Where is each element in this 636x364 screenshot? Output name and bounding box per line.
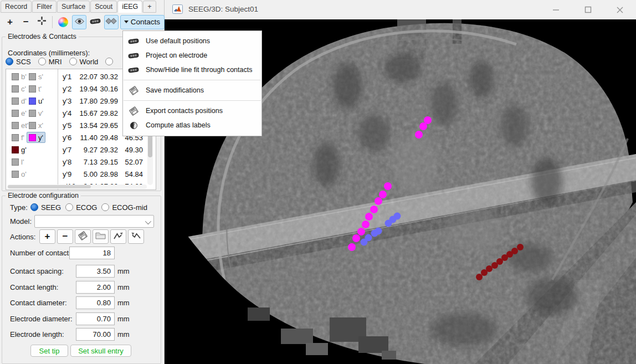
contact-dot-y[interactable] (375, 197, 382, 205)
electrode-item-e[interactable]: e' (9, 107, 29, 119)
electrode-diameter-input[interactable]: 0.70 (76, 312, 115, 325)
electrode-color-swatch (12, 98, 19, 105)
contact-coord-value: 11.40 (75, 134, 98, 142)
contact-coord-value: 29.99 (98, 97, 118, 105)
set-tip-button[interactable]: Set tip (30, 345, 68, 357)
contact-dot-y[interactable] (348, 243, 356, 251)
electrode-row: c't' (6, 83, 58, 95)
coordsys-hidden[interactable] (105, 58, 113, 65)
field-row: Electrode length:70.00mm (0, 328, 165, 341)
color-selection-button[interactable] (56, 15, 70, 29)
menu-item-label: Show/Hide line fit through contacts (146, 66, 252, 74)
electrode-item-l[interactable]: l' (9, 156, 26, 167)
electrode-color-swatch (29, 110, 36, 117)
radio-button[interactable] (65, 203, 73, 211)
tab-ieeg[interactable]: iEEG (117, 1, 142, 13)
electrode-item-d[interactable]: d' (9, 95, 29, 106)
radio-button[interactable] (105, 58, 113, 65)
tab-filter[interactable]: Filter (32, 1, 57, 13)
number-of-contacts-input[interactable]: 18 (69, 247, 115, 259)
model-label: Model: (10, 217, 32, 225)
menu-item-export-contacts-positions[interactable]: Export contacts positions (123, 104, 261, 118)
contact-dot-y[interactable] (362, 221, 370, 228)
close-button[interactable] (607, 0, 633, 19)
radio-button[interactable] (38, 58, 46, 65)
contact-dot-y[interactable] (357, 228, 365, 235)
menu-item-project-on-electrode[interactable]: Project on electrode (123, 48, 261, 63)
menu-item-show-hide-line-fit-through-contacts[interactable]: Show/Hide line fit through contacts (123, 63, 261, 77)
tab-surface[interactable]: Surface (57, 1, 90, 13)
coordsys-scs[interactable]: SCS (6, 58, 31, 66)
export-matlab-button[interactable] (110, 229, 126, 244)
menu-item-use-default-positions[interactable]: Use default positions (123, 34, 261, 48)
electrode-length-input[interactable]: 70.00 (76, 328, 115, 341)
electrode-item-u[interactable]: u' (27, 95, 46, 106)
contact-dot-g[interactable] (517, 244, 524, 250)
tab-record[interactable]: Record (1, 1, 32, 13)
contact-dot-y[interactable] (352, 234, 360, 242)
contacts-menu-button[interactable]: Contacts (120, 15, 165, 29)
contact-dot-u[interactable] (385, 220, 392, 227)
electrodes-display-button[interactable] (88, 15, 102, 29)
contact-dot-y[interactable] (415, 131, 423, 139)
coordsys-world[interactable]: World (69, 58, 99, 66)
contact-dot-y[interactable] (370, 206, 378, 213)
type-ecog-mid[interactable]: ECOG-mid (101, 203, 147, 212)
type-seeg[interactable]: SEEG (30, 203, 61, 212)
radio-button[interactable] (69, 58, 77, 65)
radio-button[interactable] (30, 203, 38, 211)
contact-row-y7[interactable]: y'79.2729.3249.30 (58, 143, 156, 156)
scrollbar-thumb[interactable] (8, 185, 91, 188)
tab-add[interactable]: + (143, 1, 156, 13)
type-ecog[interactable]: ECOG (65, 203, 97, 212)
contact-dot-u[interactable] (371, 230, 378, 237)
contact-dot-g[interactable] (486, 265, 493, 272)
electrode-item-g[interactable]: g' (9, 144, 29, 155)
contact-length-input[interactable]: 2.00 (76, 281, 115, 294)
electrode-item-t[interactable]: t' (27, 83, 44, 94)
electrode-row: o' (6, 168, 58, 180)
menu-item-compute-atlas-labels[interactable]: Compute atlas labels (123, 118, 261, 132)
contact-row-y9[interactable]: y'95.0028.9854.84 (58, 168, 156, 180)
zoom-in-button[interactable]: + (3, 15, 17, 29)
tab-scout[interactable]: Scout (90, 1, 117, 13)
remove-electrode-button[interactable]: − (57, 229, 73, 244)
split-view-button[interactable] (35, 15, 49, 29)
add-electrode-button[interactable]: + (39, 229, 55, 244)
electrode-item-o[interactable]: o' (9, 168, 29, 180)
coordsys-mri[interactable]: MRI (38, 58, 62, 66)
contact-dot-u[interactable] (361, 239, 368, 246)
contact-dot-g[interactable] (511, 248, 518, 254)
contact-dot-g[interactable] (476, 274, 483, 280)
contact-diameter-input[interactable]: 0.80 (76, 296, 115, 309)
electrode-item-v[interactable]: v' (27, 107, 45, 119)
load-electrode-button[interactable] (93, 229, 109, 244)
set-skull-entry-button[interactable]: Set skull entry (70, 345, 131, 357)
import-matlab-button[interactable] (128, 229, 144, 244)
save-electrode-button[interactable] (75, 229, 91, 244)
electrode-item-y[interactable]: y' (27, 132, 45, 143)
coords-horizontal-scrollbar[interactable] (7, 184, 147, 189)
contact-spacing-input[interactable]: 3.50 (76, 265, 115, 278)
contact-row-y8[interactable]: y'87.1329.1552.07 (58, 156, 156, 168)
show-spheres-button[interactable] (104, 15, 119, 29)
contact-label: y'5 (58, 121, 75, 130)
contact-dot-y[interactable] (384, 182, 392, 190)
contact-dot-y[interactable] (379, 191, 387, 198)
electrode-item-b[interactable]: b' (9, 71, 29, 82)
unit-label: mm (117, 330, 130, 339)
minimize-button[interactable] (543, 0, 568, 19)
contact-dot-y[interactable] (365, 213, 373, 221)
radio-button[interactable] (101, 203, 109, 211)
zoom-out-button[interactable]: − (19, 15, 33, 29)
electrode-item-x[interactable]: x' (27, 120, 45, 131)
menu-item-save-modifications[interactable]: Save modifications (123, 83, 261, 98)
electrode-item-f[interactable]: f' (9, 132, 27, 143)
electrode-item-c[interactable]: c' (9, 83, 28, 94)
electrode-item-s[interactable]: s' (27, 71, 45, 82)
model-select[interactable] (34, 215, 154, 228)
contact-dot-y[interactable] (419, 122, 427, 130)
radio-button[interactable] (6, 58, 13, 65)
display-contacts-button[interactable] (72, 15, 86, 29)
maximize-button[interactable] (575, 0, 601, 19)
